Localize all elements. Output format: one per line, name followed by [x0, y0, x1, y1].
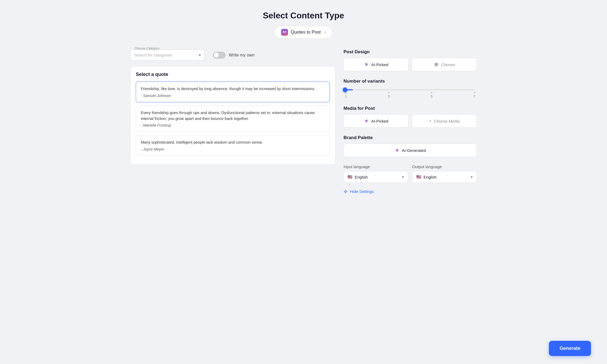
brand-section: Brand Palette AI-Generated	[344, 135, 477, 157]
write-own-label: Write my own	[229, 53, 255, 58]
left-panel: Choose Category Search for categories ▼ …	[130, 49, 336, 165]
slider-dot	[388, 92, 389, 93]
ai-picked-option[interactable]: AI-Picked	[344, 58, 409, 71]
media-ai-label: AI-Picked	[371, 119, 388, 123]
language-row: Input language 🇺🇸 English ▼ Output langu…	[344, 164, 477, 183]
brand-ai-icon	[394, 148, 400, 153]
quotes-icon	[281, 29, 288, 36]
quote-text: Many sophisticated, intelligent people l…	[141, 140, 325, 145]
slider-dot	[474, 92, 475, 93]
slider-dot	[431, 92, 432, 93]
variants-label: Number of variants	[344, 79, 477, 84]
settings-icon	[344, 189, 348, 194]
choose-media-label: Choose Media	[434, 119, 460, 123]
quote-author: - Mariella Frostrup	[141, 123, 325, 127]
brand-label: Brand Palette	[344, 135, 477, 140]
category-select-wrap: Choose Category Search for categories ▼	[130, 49, 205, 61]
brand-palette-btn[interactable]: AI-Generated	[344, 144, 477, 157]
write-own-toggle[interactable]	[213, 52, 226, 59]
post-design-section: Post Design AI-Picked Choose	[344, 49, 477, 71]
top-controls: Choose Category Search for categories ▼ …	[130, 49, 336, 61]
ai-picked-label: AI-Picked	[371, 62, 388, 67]
brand-btn-label: AI-Generated	[402, 148, 426, 153]
slider-track	[345, 89, 475, 90]
input-language-value: English	[355, 175, 368, 179]
quotes-box-title: Select a quote	[136, 72, 330, 77]
slider-dots	[345, 92, 475, 93]
media-options: AI-Picked + Choose Media	[344, 114, 477, 128]
write-own-wrap: Write my own	[213, 52, 255, 59]
variants-section: Number of variants 1 3 5 7	[344, 79, 477, 98]
post-design-label: Post Design	[344, 49, 477, 55]
generate-button[interactable]: Generate	[549, 341, 591, 356]
choose-icon	[434, 62, 439, 67]
right-panel: Post Design AI-Picked Choose	[344, 49, 477, 204]
svg-rect-2	[283, 33, 286, 33]
slider-label-1: 1	[345, 94, 347, 98]
slider-label-3: 3	[388, 94, 390, 98]
choose-media-option[interactable]: + Choose Media	[412, 114, 477, 128]
svg-rect-0	[283, 31, 284, 32]
category-select[interactable]: Search for categories	[130, 49, 205, 61]
input-language-group: Input language 🇺🇸 English ▼	[344, 164, 408, 183]
slider-label-5: 5	[431, 94, 433, 98]
quote-item[interactable]: Every friendship goes through ups and do…	[136, 106, 330, 132]
quotes-box: Select a quote Friendship, like love, is…	[130, 66, 336, 165]
media-ai-icon	[364, 118, 369, 124]
output-language-flag: 🇺🇸	[416, 175, 421, 179]
slider-label-7: 7	[473, 94, 475, 98]
input-lang-chevron-icon: ▼	[401, 175, 405, 179]
slider-thumb[interactable]	[343, 87, 348, 92]
quote-text: Friendship, like love, is destroyed by l…	[141, 86, 325, 92]
output-language-value: English	[424, 175, 437, 179]
hide-settings-label: Hide Settings	[350, 189, 374, 194]
content-type-button[interactable]: Quotes to Post ›	[274, 26, 333, 39]
quote-author: - Joyce Meyer	[141, 147, 325, 151]
quote-author: - Samuel Johnson	[141, 94, 325, 98]
main-layout: Choose Category Search for categories ▼ …	[130, 49, 477, 204]
hide-settings-button[interactable]: Hide Settings	[344, 189, 374, 194]
slider-labels: 1 3 5 7	[345, 94, 475, 98]
post-design-options: AI-Picked Choose	[344, 58, 477, 71]
page-title: Select Content Type	[263, 11, 344, 21]
input-language-flag: 🇺🇸	[348, 175, 353, 179]
media-ai-picked[interactable]: AI-Picked	[344, 114, 409, 128]
category-label: Choose Category	[133, 47, 160, 50]
media-label: Media for Post	[344, 106, 477, 111]
plus-icon: +	[429, 119, 432, 123]
chevron-right-icon: ›	[325, 30, 326, 35]
input-language-label: Input language	[344, 164, 408, 169]
quotes-svg-icon	[283, 30, 286, 34]
svg-point-5	[345, 191, 346, 192]
quote-item[interactable]: Many sophisticated, intelligent people l…	[136, 135, 330, 156]
toggle-thumb	[214, 52, 219, 58]
choose-label: Choose	[441, 62, 455, 67]
ai-picked-icon	[364, 62, 369, 67]
input-language-select[interactable]: 🇺🇸 English ▼	[344, 171, 408, 183]
output-lang-chevron-icon: ▼	[470, 175, 473, 179]
svg-rect-1	[285, 31, 286, 32]
output-language-select[interactable]: 🇺🇸 English ▼	[412, 171, 477, 183]
output-language-label: Output language	[412, 164, 477, 169]
output-language-group: Output language 🇺🇸 English ▼	[412, 164, 477, 183]
svg-point-4	[435, 63, 438, 66]
media-section: Media for Post AI-Picked + Choose Media	[344, 106, 477, 128]
choose-option[interactable]: Choose	[412, 58, 477, 71]
quote-item[interactable]: Friendship, like love, is destroyed by l…	[136, 82, 330, 102]
content-type-label: Quotes to Post	[291, 30, 321, 35]
quote-text: Every friendship goes through ups and do…	[141, 110, 325, 122]
